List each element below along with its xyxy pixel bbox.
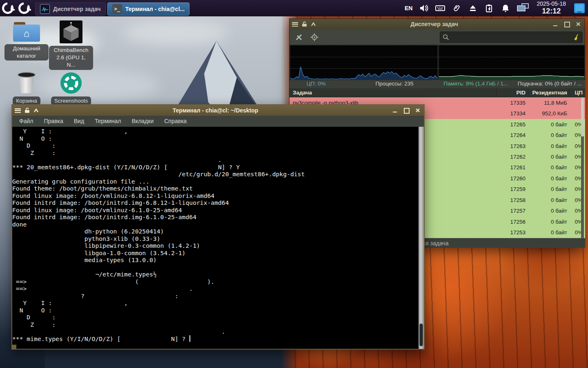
- terminal-output: Y I : , N O : D : Z : . *** 20_memtest86…: [12, 128, 305, 342]
- column-cpu[interactable]: ЦП: [569, 88, 585, 97]
- cpu-graph: [290, 45, 437, 80]
- target-process-icon[interactable]: [308, 31, 321, 43]
- chimbabench-cube-icon: [60, 20, 82, 43]
- maximize-button[interactable]: [564, 21, 570, 27]
- maximize-button[interactable]: [403, 108, 409, 113]
- column-pid[interactable]: PID: [496, 88, 528, 97]
- terminal-scrollbar[interactable]: [419, 127, 424, 349]
- clock[interactable]: 2025-05-18 12:12: [537, 1, 566, 15]
- terminal-titlebar[interactable]: Терминал - chia@cl: ~/Desktop ×: [12, 105, 424, 116]
- clipboard-power-icon[interactable]: [484, 3, 494, 13]
- eject-icon[interactable]: [468, 3, 478, 13]
- trash-icon: [17, 72, 36, 94]
- desktop-icon-label: Домашний каталог: [4, 44, 49, 61]
- unlock-icon[interactable]: [24, 108, 30, 113]
- cell-resident: 0 байт: [528, 143, 569, 149]
- taskbar-button-label: Диспетчер задач: [53, 6, 101, 12]
- window-title: Терминал - chia@cl: ~/Desktop: [39, 107, 392, 114]
- column-resident[interactable]: Резидентная: [528, 88, 569, 97]
- screenshot-aperture-icon: [60, 72, 82, 94]
- terminal-cursor: [189, 335, 190, 342]
- minimize-button[interactable]: [552, 21, 558, 27]
- desktop-icon-trash[interactable]: Корзина: [4, 72, 49, 105]
- taskbar-button-terminal[interactable]: >_ Терминал - chia@cl...: [107, 2, 190, 16]
- close-button[interactable]: ×: [575, 21, 581, 27]
- memory-usage-label: Память: 9% (1,4 ГиБ / 1...: [443, 81, 508, 87]
- window-menu-icon[interactable]: [292, 22, 298, 27]
- scrollbar-thumb[interactable]: [419, 323, 423, 346]
- minimize-button[interactable]: [392, 108, 398, 113]
- cell-pid: 17263: [496, 143, 528, 149]
- cell-resident: 0 байт: [528, 208, 569, 214]
- menu-item[interactable]: Терминал: [89, 116, 126, 127]
- search-input[interactable]: [449, 34, 573, 40]
- desktop-icon-home[interactable]: ⌂ Домашний каталог: [4, 22, 49, 61]
- process-table-header[interactable]: Задача PID Резидентная ЦП: [290, 88, 585, 97]
- rollup-icon[interactable]: [33, 108, 39, 113]
- scrollbar-thumb[interactable]: [581, 97, 584, 137]
- memory-graph-panel: [439, 45, 584, 80]
- desktop-icon-label: ChimbaBench 2.6 (GPU 1, N...: [49, 46, 93, 70]
- show-desktop-icon[interactable]: [573, 3, 586, 13]
- cell-resident: 0 байт: [528, 197, 569, 203]
- date-label: 2025-05-18: [537, 1, 566, 7]
- cell-pid: 17258: [496, 197, 528, 203]
- cell-pid: 17257: [496, 208, 528, 214]
- workspace-switcher-icon[interactable]: [517, 3, 529, 13]
- task-manager-app-icon: [40, 4, 50, 14]
- cell-pid: 17256: [496, 219, 528, 225]
- resize-grip[interactable]: [11, 345, 16, 350]
- desktop-icon-chimbabench[interactable]: ChimbaBench 2.6 (GPU 1, N...: [49, 20, 94, 70]
- cell-resident: 0 байт: [528, 164, 569, 171]
- taskbar: Диспетчер задач >_ Терминал - chia@cl...…: [0, 0, 588, 16]
- chimbalix-logo-icon: [1, 1, 15, 15]
- keyboard-icon[interactable]: [435, 3, 445, 13]
- terminal-app-icon: >_: [112, 4, 122, 14]
- chimbalix-logo-icon: [18, 1, 31, 15]
- column-task[interactable]: Задача: [290, 90, 496, 96]
- attachment-paperclip-icon[interactable]: [452, 3, 461, 13]
- process-count-label: Процессы: 235: [375, 81, 413, 87]
- taskbar-button-task-manager[interactable]: Диспетчер задач: [35, 2, 106, 16]
- menu-item[interactable]: Справка: [159, 116, 192, 127]
- cpu-graph-panel: [290, 45, 437, 80]
- unlock-icon[interactable]: [302, 21, 307, 27]
- settings-tools-icon[interactable]: [293, 31, 305, 43]
- cell-pid: 17259: [496, 186, 528, 192]
- memory-graph: [439, 45, 584, 80]
- cell-pid: 17264: [496, 132, 528, 138]
- close-button[interactable]: ×: [415, 108, 421, 113]
- cpu-usage-label: ЦП: 0%: [307, 81, 326, 87]
- terminal-menubar: Файл Правка Вид Терминал Вкладки Справка: [12, 116, 424, 127]
- process-list-scrollbar[interactable]: [581, 97, 584, 238]
- keyboard-layout-indicator[interactable]: EN: [405, 5, 412, 11]
- terminal-console[interactable]: Y I : , N O : D : Z : . *** 20_memtest86…: [12, 127, 424, 349]
- performance-graphs: [290, 45, 585, 80]
- task-manager-titlebar[interactable]: Диспетчер задач ×: [290, 19, 584, 29]
- cell-pid: 17253: [496, 229, 528, 236]
- system-tray: EN: [405, 0, 588, 16]
- search-box[interactable]: [440, 31, 583, 43]
- menu-item[interactable]: Правка: [38, 116, 68, 127]
- menu-item[interactable]: Вид: [69, 116, 89, 127]
- desktop-icon-screenshots[interactable]: Screenshoots: [49, 72, 94, 105]
- menu-item[interactable]: Файл: [14, 116, 38, 127]
- clear-broom-icon[interactable]: [573, 34, 580, 41]
- cell-resident: 0 байт: [528, 229, 569, 236]
- cell-pid: 17260: [496, 175, 528, 182]
- cell-resident: 0 байт: [528, 175, 569, 182]
- app-menu-logo-2[interactable]: [16, 0, 33, 16]
- cell-pid: 17334: [496, 110, 528, 117]
- rollup-icon[interactable]: [311, 22, 316, 27]
- desktop-screen: ⌂ Домашний каталог ChimbaBench 2.6 (GPU …: [0, 0, 588, 368]
- time-label: 12:12: [537, 7, 566, 16]
- app-menu-logo[interactable]: [0, 0, 16, 16]
- menu-item[interactable]: Вкладки: [127, 116, 159, 127]
- cell-pid: 17261: [496, 164, 528, 171]
- volume-icon[interactable]: [419, 3, 429, 13]
- cell-pid: 17265: [496, 121, 528, 128]
- notifications-bell-icon[interactable]: [501, 3, 510, 13]
- cell-resident: 952,0 КиБ: [528, 110, 569, 117]
- window-menu-icon[interactable]: [15, 108, 21, 113]
- swap-usage-label: Подкачка: 0% (0 байт / ...: [518, 81, 582, 87]
